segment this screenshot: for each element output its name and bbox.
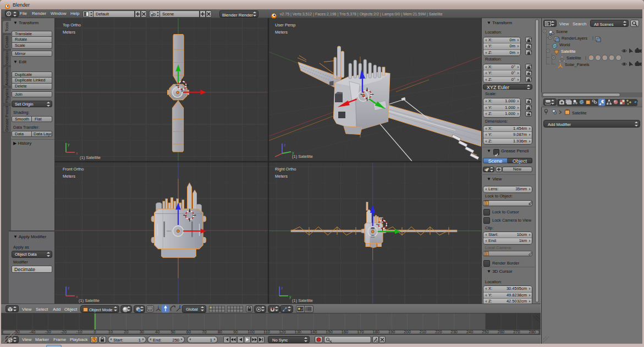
svg-text:170: 170: [357, 329, 364, 334]
svg-text:(1) Satellite: (1) Satellite: [292, 154, 313, 159]
svg-text:20: 20: [124, 329, 128, 334]
svg-text:230: 230: [451, 329, 458, 334]
svg-text:z: z: [281, 286, 283, 290]
svg-text:220: 220: [435, 329, 442, 334]
svg-text:(1) Satellite: (1) Satellite: [79, 298, 100, 303]
svg-text:210: 210: [420, 329, 427, 334]
svg-text:y: y: [289, 295, 291, 299]
svg-text:-30: -30: [45, 329, 51, 334]
svg-text:50: 50: [170, 329, 175, 334]
svg-text:-40: -40: [30, 329, 36, 334]
svg-text:z: z: [284, 143, 286, 147]
svg-text:140: 140: [310, 329, 317, 334]
svg-text:-10: -10: [76, 329, 82, 334]
svg-text:100: 100: [247, 329, 255, 334]
svg-text:120: 120: [279, 329, 286, 334]
svg-text:(1) Satellite: (1) Satellite: [292, 298, 313, 303]
svg-text:Top Ortho: Top Ortho: [63, 23, 81, 27]
svg-text:-20: -20: [60, 329, 67, 334]
svg-text:(1) Satellite: (1) Satellite: [80, 155, 101, 160]
svg-text:250: 250: [482, 329, 489, 334]
svg-text:260: 260: [498, 329, 505, 334]
svg-text:10: 10: [108, 329, 113, 334]
svg-text:Meters: Meters: [275, 30, 288, 35]
svg-text:80: 80: [218, 329, 222, 334]
svg-text:190: 190: [388, 329, 395, 334]
svg-text:z: z: [68, 286, 70, 290]
svg-text:280: 280: [529, 329, 536, 334]
svg-text:Meters: Meters: [63, 174, 75, 179]
svg-text:60: 60: [186, 329, 191, 334]
svg-text:110: 110: [263, 329, 270, 334]
svg-text:30: 30: [140, 329, 144, 334]
svg-text:160: 160: [342, 329, 349, 334]
svg-text:Meters: Meters: [275, 174, 288, 179]
svg-text:User Persp: User Persp: [275, 23, 296, 27]
svg-text:Front Ortho: Front Ortho: [63, 167, 84, 172]
svg-text:130: 130: [295, 329, 302, 334]
svg-text:x: x: [76, 151, 78, 155]
svg-text:0: 0: [94, 329, 96, 334]
svg-text:180: 180: [373, 329, 380, 334]
svg-text:Right Ortho: Right Ortho: [275, 167, 296, 172]
svg-text:240: 240: [466, 329, 474, 334]
svg-text:Meters: Meters: [63, 30, 75, 35]
svg-text:y: y: [292, 151, 294, 155]
svg-text:x: x: [76, 295, 78, 299]
svg-text:90: 90: [233, 329, 238, 334]
svg-text:270: 270: [513, 329, 520, 334]
svg-text:200: 200: [404, 329, 411, 334]
svg-text:40: 40: [155, 329, 159, 334]
svg-text:70: 70: [202, 329, 206, 334]
svg-text:150: 150: [326, 329, 333, 334]
svg-text:y: y: [68, 142, 70, 147]
